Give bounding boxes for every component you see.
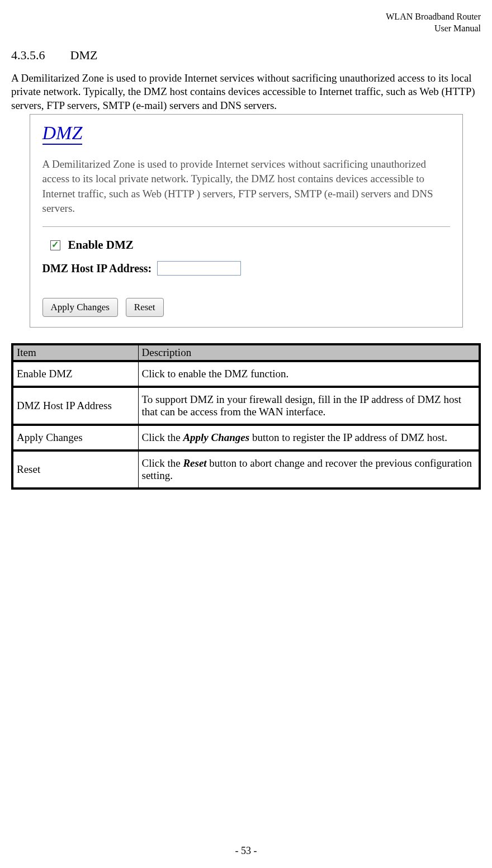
dmz-ip-row: DMZ Host IP Address: bbox=[42, 261, 450, 276]
dmz-panel-description: A Demilitarized Zone is used to provide … bbox=[42, 157, 450, 216]
enable-dmz-row: Enable DMZ bbox=[42, 238, 450, 252]
buttons-row: Apply Changes Reset bbox=[42, 298, 450, 317]
section-heading: 4.3.5.6 DMZ bbox=[11, 48, 481, 63]
table-row: Reset Click the Reset button to abort ch… bbox=[12, 450, 480, 488]
table-cell-desc: Click to enable the DMZ function. bbox=[138, 361, 480, 387]
apply-changes-button[interactable]: Apply Changes bbox=[42, 298, 118, 317]
header-line1: WLAN Broadband Router bbox=[11, 11, 481, 23]
dmz-panel-title: DMZ bbox=[42, 122, 83, 145]
header-line2: User Manual bbox=[11, 23, 481, 35]
page-header: WLAN Broadband Router User Manual bbox=[11, 11, 481, 35]
table-row: Apply Changes Click the Apply Changes bu… bbox=[12, 425, 480, 450]
reset-button[interactable]: Reset bbox=[126, 298, 164, 317]
page-footer: - 53 - bbox=[0, 845, 492, 857]
table-header-desc: Description bbox=[138, 344, 480, 361]
dmz-ip-input[interactable] bbox=[157, 261, 241, 276]
dmz-ip-label: DMZ Host IP Address: bbox=[42, 262, 152, 275]
enable-dmz-label: Enable DMZ bbox=[68, 238, 134, 252]
table-cell-desc: Click the Reset button to abort change a… bbox=[138, 450, 480, 488]
table-cell-desc: Click the Apply Changes button to regist… bbox=[138, 425, 480, 450]
divider bbox=[42, 226, 450, 227]
intro-paragraph: A Demilitarized Zone is used to provide … bbox=[11, 72, 481, 113]
table-cell-item: DMZ Host IP Address bbox=[12, 387, 138, 425]
table-cell-item: Reset bbox=[12, 450, 138, 488]
table-cell-item: Apply Changes bbox=[12, 425, 138, 450]
table-row: Enable DMZ Click to enable the DMZ funct… bbox=[12, 361, 480, 387]
dmz-screenshot-panel: DMZ A Demilitarized Zone is used to prov… bbox=[30, 114, 463, 328]
enable-dmz-checkbox[interactable] bbox=[50, 240, 60, 250]
table-cell-desc: To support DMZ in your firewall design, … bbox=[138, 387, 480, 425]
description-table: Item Description Enable DMZ Click to ena… bbox=[11, 343, 481, 490]
section-number: 4.3.5.6 bbox=[11, 48, 67, 63]
table-row: DMZ Host IP Address To support DMZ in yo… bbox=[12, 387, 480, 425]
table-header-item: Item bbox=[12, 344, 138, 361]
table-cell-item: Enable DMZ bbox=[12, 361, 138, 387]
section-title: DMZ bbox=[70, 48, 98, 62]
